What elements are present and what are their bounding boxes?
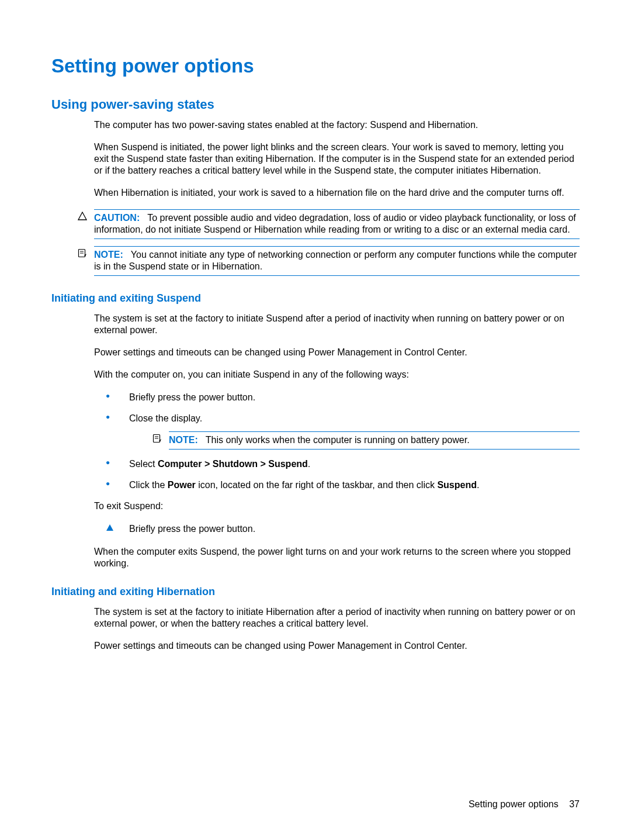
caution-text: CAUTION: To prevent possible audio and v… — [94, 209, 580, 239]
paragraph: The computer has two power-saving states… — [94, 119, 580, 131]
list-item-post: . — [477, 480, 479, 490]
footer-page-number: 37 — [569, 799, 580, 809]
step-triangle-icon — [106, 524, 114, 532]
list-item-bold: Power — [168, 480, 196, 490]
note-text: NOTE: You cannot initiate any type of ne… — [94, 246, 580, 276]
caution-icon — [78, 209, 94, 239]
paragraph: The system is set at the factory to init… — [94, 606, 580, 630]
caution-body: To prevent possible audio and video degr… — [94, 213, 576, 234]
note-body: This only works when the computer is run… — [206, 435, 470, 445]
paragraph: When the computer exits Suspend, the pow… — [94, 546, 580, 569]
page-footer: Setting power options 37 — [469, 799, 580, 810]
list-item: Click the Power icon, located on the far… — [106, 479, 580, 492]
list-item-mid: icon, located on the far right of the ta… — [196, 480, 438, 490]
note-callout: NOTE: You cannot initiate any type of ne… — [78, 246, 580, 276]
note-icon — [152, 431, 169, 450]
step-item: Briefly press the power button. — [106, 523, 580, 535]
list-item-text: Briefly press the power button. — [129, 392, 255, 402]
step-text: Briefly press the power button. — [129, 524, 255, 534]
paragraph: Power settings and timeouts can be chang… — [94, 640, 580, 652]
list-item: Briefly press the power button. — [106, 391, 580, 404]
suspend-bullet-list: Briefly press the power button. Close th… — [106, 391, 580, 492]
page-content: Setting power options Using power-saving… — [0, 0, 631, 652]
page-title: Setting power options — [51, 55, 580, 77]
paragraph: To exit Suspend: — [94, 500, 580, 512]
list-item-post: . — [308, 459, 310, 469]
footer-section-title: Setting power options — [469, 799, 559, 809]
caution-callout: CAUTION: To prevent possible audio and v… — [78, 209, 580, 239]
list-item: Close the display. NOTE: This only works… — [106, 412, 580, 449]
section-heading-using-power-saving: Using power-saving states — [51, 97, 580, 112]
subsection-heading-suspend: Initiating and exiting Suspend — [51, 292, 580, 305]
caution-label: CAUTION: — [94, 213, 140, 223]
nested-note-text: NOTE: This only works when the computer … — [169, 431, 580, 450]
subsection-body: The system is set at the factory to init… — [94, 606, 580, 652]
paragraph: When Suspend is initiated, the power lig… — [94, 141, 580, 177]
note-body: You cannot initiate any type of networki… — [94, 250, 577, 271]
paragraph: The system is set at the factory to init… — [94, 313, 580, 336]
list-item-pre: Click the — [129, 480, 168, 490]
subsection-body: The system is set at the factory to init… — [94, 313, 580, 569]
list-item-pre: Select — [129, 459, 158, 469]
note-label: NOTE: — [94, 250, 123, 260]
section-body: The computer has two power-saving states… — [94, 119, 580, 199]
paragraph: With the computer on, you can initiate S… — [94, 369, 580, 381]
list-item-bold: Suspend — [437, 480, 477, 490]
list-item-text: Close the display. — [129, 413, 202, 423]
subsection-heading-hibernation: Initiating and exiting Hibernation — [51, 586, 580, 598]
paragraph: When Hibernation is initiated, your work… — [94, 187, 580, 199]
list-item-bold: Computer > Shutdown > Suspend — [158, 459, 308, 469]
list-item: Select Computer > Shutdown > Suspend. — [106, 458, 580, 471]
note-label: NOTE: — [169, 435, 198, 445]
nested-note-callout: NOTE: This only works when the computer … — [152, 431, 580, 450]
note-icon — [78, 246, 94, 276]
paragraph: Power settings and timeouts can be chang… — [94, 347, 580, 358]
